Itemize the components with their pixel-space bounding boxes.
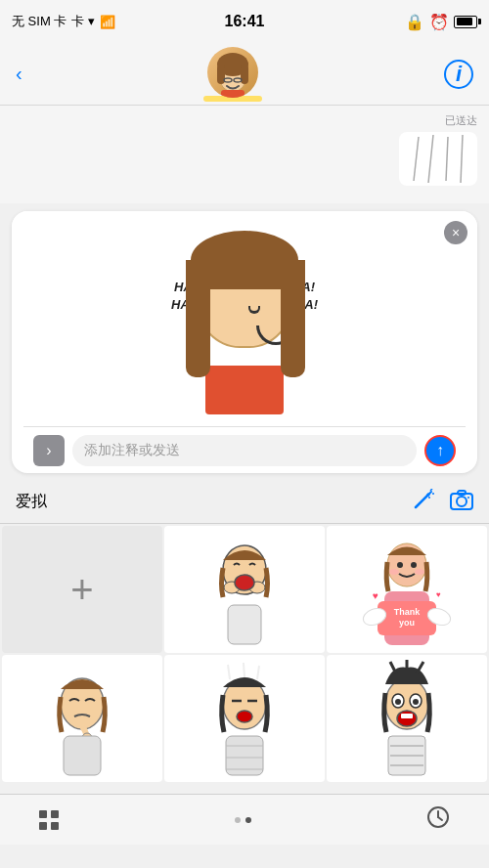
svg-point-31	[389, 569, 399, 575]
sticker-cell-shocked[interactable]	[327, 655, 487, 782]
send-arrow-icon: ↑	[436, 442, 444, 459]
svg-line-46	[244, 663, 244, 677]
sticker-cell-thankyou[interactable]: Thank you ♥ ♥	[327, 526, 487, 653]
send-button[interactable]: ↑	[424, 435, 456, 466]
nav-bar: ‹ i	[0, 43, 489, 106]
lock-icon: 🔒	[405, 13, 424, 31]
info-icon: i	[456, 62, 462, 87]
svg-text:♥: ♥	[373, 590, 378, 601]
svg-point-62	[413, 699, 419, 705]
bottom-bar	[0, 794, 489, 845]
panel-icons	[413, 489, 473, 516]
svg-line-45	[228, 665, 230, 679]
svg-text:♥: ♥	[436, 590, 441, 599]
received-sticker	[12, 132, 477, 186]
message-input[interactable]: 添加注释或发送	[72, 435, 417, 466]
hair-top	[191, 231, 298, 289]
sim-label: 卡 ▾	[71, 13, 95, 30]
page-indicator	[235, 817, 251, 823]
svg-point-30	[411, 562, 417, 568]
clock-button[interactable]	[426, 805, 450, 834]
panel-title: 爱拟	[16, 492, 47, 512]
input-bar: › 添加注释或发送 ↑	[23, 426, 466, 473]
avatar-svg	[207, 47, 258, 98]
contact-avatar	[207, 47, 258, 98]
compose-card: × HA! HA HA! HA! › 添加注释或发送 ↑	[12, 211, 477, 473]
svg-rect-27	[228, 605, 261, 644]
sticker-panel-header: 爱拟	[0, 481, 489, 524]
contact-info	[203, 47, 262, 102]
battery-fill	[457, 18, 472, 25]
svg-rect-7	[399, 132, 477, 186]
sticker-cartoon: HA! HA HA! HA!	[166, 221, 323, 416]
carrier-label: 无 SIM 卡	[12, 13, 67, 30]
info-button[interactable]: i	[444, 60, 473, 89]
chevron-right-icon: ›	[46, 442, 51, 459]
page-dot-clock	[235, 817, 241, 823]
svg-line-12	[416, 495, 428, 507]
svg-line-71	[438, 817, 442, 820]
page-dot-current	[245, 817, 251, 823]
svg-line-47	[257, 666, 259, 679]
back-chevron-icon: ‹	[16, 63, 22, 85]
sticker-cell-think[interactable]	[164, 655, 325, 782]
svg-point-21	[467, 497, 469, 499]
svg-rect-43	[64, 736, 101, 775]
partial-sticker-svg	[399, 132, 477, 186]
sticker-panel: 爱拟	[0, 481, 489, 794]
svg-rect-64	[401, 714, 413, 718]
svg-text:you: you	[399, 618, 415, 628]
dot-sq-4	[51, 822, 59, 830]
input-placeholder-text: 添加注释或发送	[84, 442, 180, 459]
svg-point-19	[457, 497, 467, 506]
svg-text:Thank: Thank	[394, 607, 421, 617]
expand-button[interactable]: ›	[33, 435, 65, 466]
eye-left	[248, 306, 260, 314]
wifi-icon: 📶	[100, 15, 115, 29]
svg-line-14	[430, 489, 432, 491]
apps-button[interactable]	[39, 810, 59, 830]
sticker-cell-pout[interactable]	[2, 655, 162, 782]
wand-icon[interactable]	[413, 489, 434, 516]
status-bar: 无 SIM 卡 卡 ▾ 📶 16:41 🔒 ⏰	[0, 0, 489, 43]
battery-icon	[454, 16, 477, 28]
dot-sq-1	[39, 810, 47, 818]
sticker-cell-laugh1[interactable]	[164, 526, 325, 653]
add-plus-icon: +	[70, 568, 93, 612]
sticker-preview: × HA! HA HA! HA!	[12, 211, 477, 426]
svg-rect-6	[221, 90, 244, 98]
time-label: 16:41	[225, 13, 265, 30]
delivered-label: 已送达	[12, 113, 477, 128]
sticker-grid: +	[0, 524, 489, 784]
camera-icon[interactable]	[450, 489, 473, 516]
svg-point-29	[397, 562, 403, 568]
status-left: 无 SIM 卡 卡 ▾ 📶	[12, 13, 115, 30]
svg-point-32	[415, 569, 424, 575]
body	[205, 366, 284, 414]
svg-point-61	[395, 699, 401, 705]
svg-point-50	[237, 711, 252, 722]
close-preview-button[interactable]: ×	[444, 221, 467, 244]
back-button[interactable]: ‹	[16, 63, 22, 85]
chat-area: 已送达	[0, 106, 489, 203]
status-right: 🔒 ⏰	[405, 13, 477, 31]
dot-sq-3	[39, 822, 47, 830]
add-sticker-cell[interactable]: +	[2, 526, 162, 653]
dot-sq-2	[51, 810, 59, 818]
alarm-icon: ⏰	[429, 13, 449, 31]
